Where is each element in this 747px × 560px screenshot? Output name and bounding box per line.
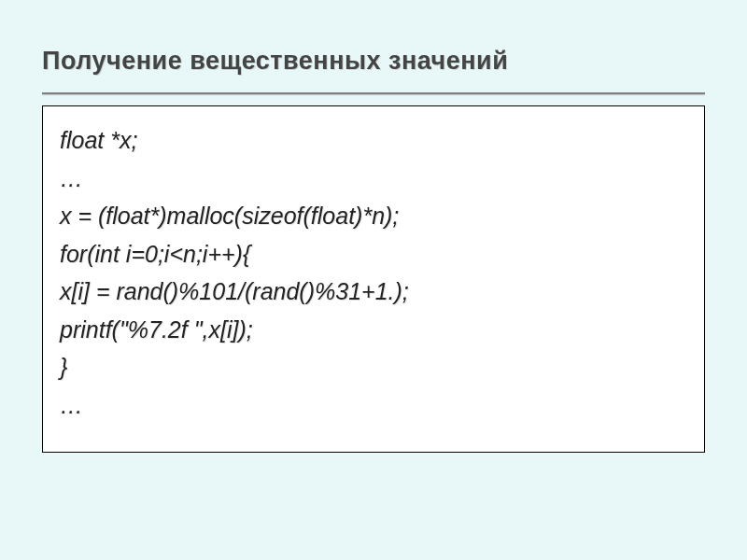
code-line: x[i] = rand()%101/(rand()%31+1.);: [60, 273, 687, 311]
code-line: …: [60, 160, 687, 198]
code-line: float *x;: [60, 121, 687, 160]
code-line: for(int i=0;i<n;i++){: [60, 235, 687, 273]
code-line: printf("%7.2f ",x[i]);: [60, 311, 687, 349]
code-box: float *x; … x = (float*)malloc(sizeof(fl…: [42, 105, 705, 453]
code-line: …: [60, 386, 687, 425]
code-line: }: [60, 348, 687, 386]
title-underline: [42, 92, 705, 94]
slide-title: Получение вещественных значений: [42, 47, 705, 76]
code-line: x = (float*)malloc(sizeof(float)*n);: [60, 197, 687, 235]
